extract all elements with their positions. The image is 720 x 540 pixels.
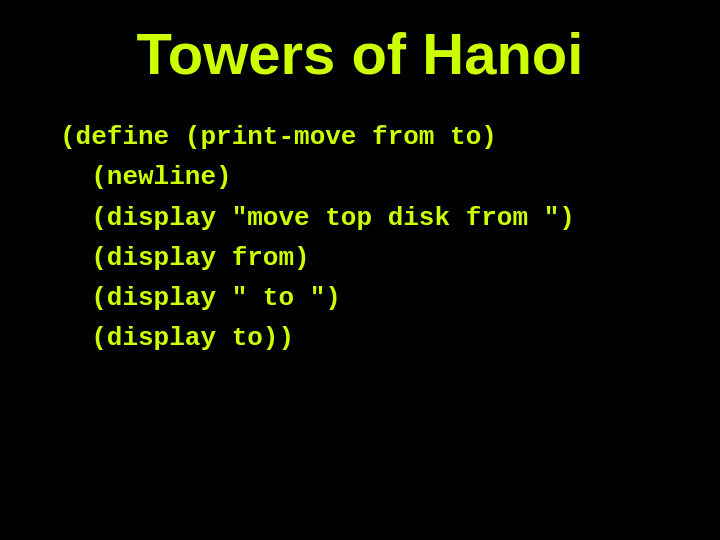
code-line-4: (display from) <box>60 238 575 278</box>
code-line-6: (display to)) <box>60 318 575 358</box>
code-line-5: (display " to ") <box>60 278 575 318</box>
code-line-3: (display "move top disk from ") <box>60 198 575 238</box>
code-block: (define (print-move from to) (newline) (… <box>0 117 575 359</box>
page-title: Towers of Hanoi <box>0 0 720 117</box>
code-line-2: (newline) <box>60 157 575 197</box>
code-line-1: (define (print-move from to) <box>60 117 575 157</box>
